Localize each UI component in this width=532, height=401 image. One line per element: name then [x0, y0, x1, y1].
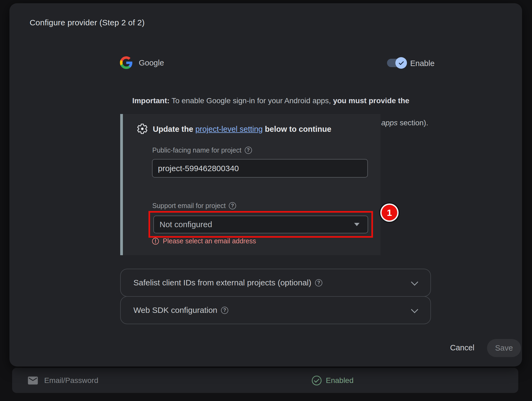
annotation-badge-number: 1	[387, 208, 392, 218]
accordion-safelist-text: Safelist client IDs from external projec…	[133, 278, 311, 287]
configure-provider-dialog: Configure provider (Step 2 of 2) Google …	[9, 3, 522, 367]
cancel-button[interactable]: Cancel	[444, 341, 480, 355]
accordion-websdk-label: Web SDK configuration	[133, 306, 228, 315]
enable-label: Enable	[410, 59, 434, 68]
error-icon	[152, 237, 159, 245]
callout-heading-text: below to continue	[263, 125, 331, 133]
providers-table-card: Email/Password Enabled	[12, 368, 518, 393]
annotation-badge-1: 1	[382, 205, 397, 220]
public-name-label-text: Public-facing name for project	[152, 146, 241, 154]
support-email-value: Not configured	[154, 220, 354, 229]
accordion-websdk-text: Web SDK configuration	[133, 306, 217, 315]
enable-toggle[interactable]	[387, 59, 405, 67]
provider-row-label: Email/Password	[44, 376, 98, 385]
public-name-input[interactable]	[152, 159, 368, 178]
screen: Email/Password Enabled Configure provide…	[0, 0, 532, 401]
provider-row-email-password[interactable]: Email/Password Enabled	[12, 368, 518, 393]
public-name-label: Public-facing name for project	[152, 146, 252, 154]
status-badge: Enabled	[326, 376, 354, 385]
chevron-down-icon	[411, 306, 418, 313]
dialog-title: Configure provider (Step 2 of 2)	[30, 18, 145, 27]
help-icon[interactable]	[229, 202, 236, 209]
accordion-safelist-client-ids[interactable]: Safelist client IDs from external projec…	[120, 269, 431, 297]
callout-heading-text: Update the	[153, 125, 195, 133]
support-email-error: Please select an email address	[152, 237, 256, 245]
dropdown-caret-icon	[354, 223, 360, 226]
save-button[interactable]: Save	[487, 339, 521, 357]
provider-status: Enabled	[311, 368, 354, 393]
notice-bold: you must provide the	[333, 96, 409, 105]
accordion-web-sdk-configuration[interactable]: Web SDK configuration	[120, 296, 431, 324]
toggle-thumb	[395, 57, 407, 69]
project-level-setting-link[interactable]: project-level setting	[195, 125, 263, 133]
support-email-select[interactable]: Not configured	[153, 216, 368, 233]
support-email-label: Support email for project	[152, 202, 236, 210]
notice-important: Important:	[132, 96, 170, 105]
provider-name-label: Google	[139, 58, 164, 67]
help-icon[interactable]	[315, 279, 322, 286]
check-circle-icon	[311, 375, 322, 386]
notice-text: To enable Google sign-in for your Androi…	[170, 96, 333, 105]
chevron-down-icon	[411, 278, 418, 286]
help-icon[interactable]	[245, 147, 252, 154]
gear-icon	[136, 123, 148, 135]
notice-text: section).	[398, 119, 428, 127]
email-icon	[27, 375, 39, 386]
google-logo-icon	[120, 56, 133, 69]
help-icon[interactable]	[221, 307, 228, 314]
accordion-safelist-label: Safelist client IDs from external projec…	[133, 278, 322, 287]
error-text: Please select an email address	[163, 237, 256, 245]
callout-heading: Update the project-level setting below t…	[153, 125, 331, 134]
toggle-check-icon	[398, 60, 405, 67]
support-email-label-text: Support email for project	[152, 202, 226, 210]
